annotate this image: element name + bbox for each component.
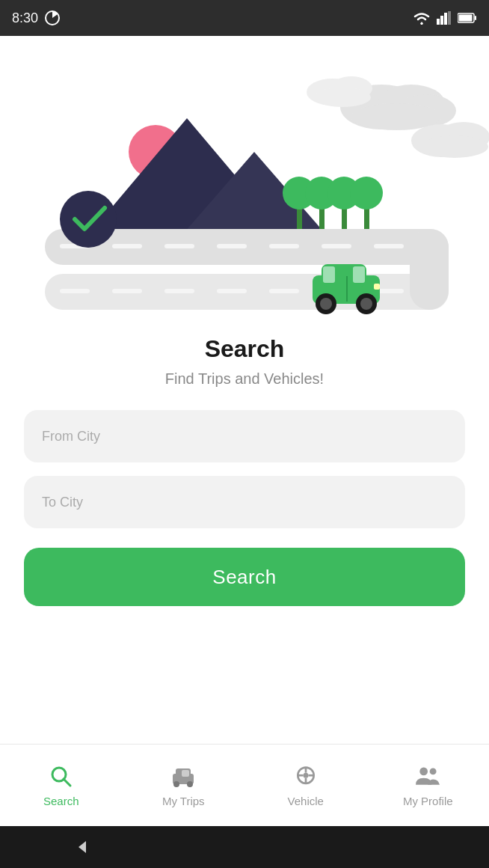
svg-line-59 <box>64 779 70 786</box>
nav-item-my-trips[interactable]: My Trips <box>123 763 245 807</box>
my-trips-nav-label: My Trips <box>162 795 205 807</box>
svg-rect-3 <box>444 13 447 25</box>
wifi-icon <box>413 11 431 25</box>
nav-item-vehicle[interactable]: Vehicle <box>244 763 367 807</box>
svg-point-54 <box>360 298 372 310</box>
svg-rect-55 <box>374 284 380 290</box>
vehicle-nav-icon <box>292 763 319 790</box>
vehicle-nav-label: Vehicle <box>288 795 324 807</box>
svg-point-71 <box>420 768 428 776</box>
input-section <box>0 410 489 542</box>
svg-rect-42 <box>217 289 247 293</box>
svg-rect-46 <box>410 229 449 310</box>
svg-point-57 <box>60 191 117 248</box>
svg-point-72 <box>430 768 437 774</box>
svg-point-52 <box>320 298 332 310</box>
battery-icon <box>458 13 477 23</box>
page-subtitle: Find Trips and Vehicles! <box>24 370 465 388</box>
svg-rect-6 <box>459 15 473 22</box>
main-content: Search Find Trips and Vehicles! Search <box>0 36 489 744</box>
svg-rect-50 <box>323 266 335 283</box>
svg-rect-7 <box>475 16 476 20</box>
text-section: Search Find Trips and Vehicles! <box>0 328 489 410</box>
svg-point-15 <box>421 135 488 158</box>
svg-rect-43 <box>269 289 299 293</box>
svg-rect-32 <box>112 244 142 248</box>
recents-button[interactable] <box>393 832 422 862</box>
svg-rect-1 <box>437 19 440 25</box>
svg-rect-39 <box>60 289 90 293</box>
svg-point-63 <box>187 781 193 787</box>
svg-point-29 <box>350 177 383 210</box>
svg-rect-49 <box>353 266 365 283</box>
illustration-area <box>0 36 489 328</box>
nav-item-my-profile[interactable]: My Profile <box>367 763 490 807</box>
svg-point-18 <box>314 88 371 107</box>
car-nav-icon <box>170 763 197 790</box>
android-nav-bar <box>0 826 489 868</box>
svg-point-62 <box>173 781 179 787</box>
svg-rect-4 <box>448 11 451 25</box>
signal-bars-icon <box>437 11 452 25</box>
svg-rect-33 <box>164 244 194 248</box>
page-title: Search <box>24 335 465 363</box>
svg-rect-64 <box>182 770 189 777</box>
svg-rect-34 <box>217 244 247 248</box>
back-button[interactable] <box>67 832 96 862</box>
svg-rect-41 <box>164 289 194 293</box>
my-profile-nav-label: My Profile <box>403 795 453 807</box>
svg-marker-73 <box>79 841 86 853</box>
search-nav-icon <box>48 763 75 790</box>
svg-rect-36 <box>322 244 351 248</box>
signal-icon <box>44 10 61 26</box>
svg-rect-37 <box>374 244 404 248</box>
from-city-input[interactable] <box>24 410 465 462</box>
svg-rect-35 <box>269 244 299 248</box>
home-button[interactable] <box>230 832 259 862</box>
search-button-wrapper: Search <box>0 548 489 606</box>
bottom-nav: Search My Trips <box>0 744 489 826</box>
svg-point-66 <box>303 773 308 778</box>
nav-item-search[interactable]: Search <box>0 763 123 807</box>
status-time: 8:30 <box>12 10 38 26</box>
search-button[interactable]: Search <box>24 548 465 606</box>
search-nav-label: Search <box>43 795 79 807</box>
svg-rect-2 <box>440 16 443 25</box>
status-bar: 8:30 <box>0 0 489 36</box>
to-city-input[interactable] <box>24 476 465 528</box>
profile-nav-icon <box>414 763 441 790</box>
svg-rect-40 <box>112 289 142 293</box>
